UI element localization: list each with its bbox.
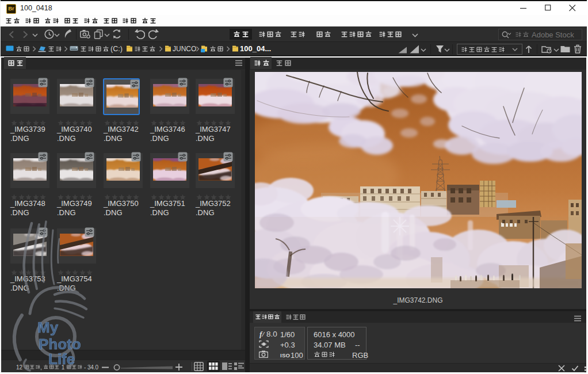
svg-text:My: My	[37, 319, 59, 336]
svg-text:Life: Life	[48, 350, 75, 368]
